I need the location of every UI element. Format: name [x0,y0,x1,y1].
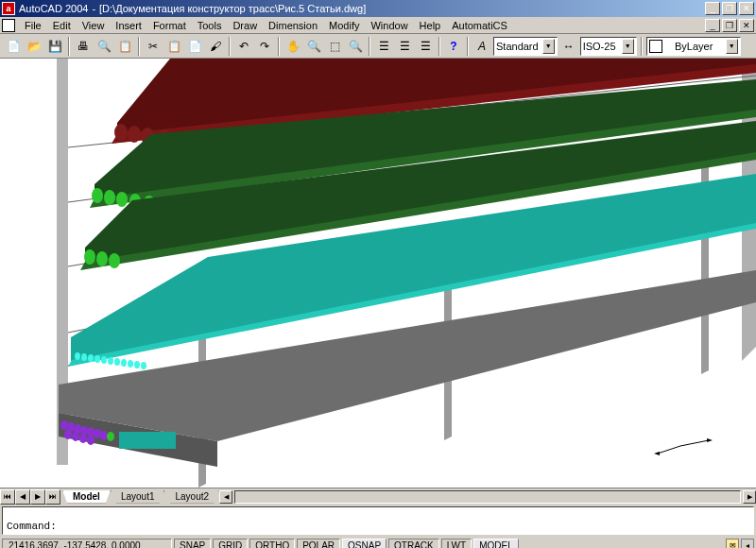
model-toggle[interactable]: MODEL [473,539,519,549]
svg-point-31 [81,353,87,361]
close-button[interactable]: ✕ [739,2,754,15]
tab-last-button[interactable]: ⏭ [45,489,60,505]
svg-point-13 [128,126,141,143]
tab-prev-button[interactable]: ◀ [15,489,30,505]
svg-point-25 [84,249,95,265]
menu-modify[interactable]: Modify [323,19,365,32]
undo-button[interactable]: ↶ [234,37,253,56]
menubar: File Edit View Insert Format Tools Draw … [0,17,756,34]
open-button[interactable]: 📂 [25,37,43,56]
layer-color-combo[interactable]: ByLayer ▼ [646,37,741,56]
polar-toggle[interactable]: POLAR [297,539,340,549]
svg-point-50 [64,430,72,439]
tray-toggle-icon[interactable]: ◂ [741,539,754,548]
tab-model[interactable]: Model [62,490,111,504]
svg-point-49 [100,431,108,440]
menu-format[interactable]: Format [147,19,192,32]
doc-minimize-button[interactable]: _ [705,19,720,32]
cut-button[interactable]: ✂ [144,37,163,56]
svg-marker-58 [707,438,713,442]
coordinate-display[interactable]: 21416.3697, -137.5428, 0.0000 [2,539,172,549]
menu-automatics[interactable]: AutomatiCS [446,19,513,32]
menu-draw[interactable]: Draw [227,19,263,32]
paste-button[interactable]: 📄 [185,37,204,56]
new-button[interactable]: 📄 [4,37,23,56]
dim-style-button[interactable]: ↔ [559,37,578,56]
otrack-toggle[interactable]: OTRACK [388,539,439,549]
hscroll-left-button[interactable]: ◀ [219,490,232,504]
text-style-combo[interactable]: Standard ▼ [493,37,558,56]
print-button[interactable]: 🖶 [74,37,93,56]
match-properties-button[interactable]: 🖌 [206,37,225,56]
menu-tools[interactable]: Tools [192,19,228,32]
document-icon [2,19,15,32]
save-button[interactable]: 💾 [45,37,64,56]
doc-close-button[interactable]: ✕ [739,19,754,32]
svg-point-51 [72,432,79,441]
svg-rect-55 [119,432,176,449]
svg-point-53 [87,436,94,445]
svg-point-20 [116,192,128,207]
publish-button[interactable]: 📋 [115,37,134,56]
svg-point-38 [128,360,133,368]
grid-toggle[interactable]: GRID [213,539,248,549]
svg-point-30 [75,352,80,360]
menu-window[interactable]: Window [365,19,413,32]
properties-button[interactable]: ☰ [374,37,393,56]
menu-edit[interactable]: Edit [47,19,77,32]
title-doc: [D:\Документация конструктор трасс\Рис.5… [99,3,366,14]
layout-tabs-row: ⏮ ◀ ▶ ⏭ Model Layout1 Layout2 ◀ ▶ [0,488,756,505]
svg-point-52 [79,434,87,443]
help-button[interactable]: ? [444,37,463,56]
text-style-button[interactable]: A [472,37,491,56]
communication-center-icon[interactable]: ✉ [726,539,739,548]
menu-file[interactable]: File [19,19,47,32]
svg-line-57 [658,446,680,454]
menu-dimension[interactable]: Dimension [263,19,323,32]
dropdown-arrow-icon: ▼ [622,39,634,54]
menu-help[interactable]: Help [414,19,447,32]
tab-layout1[interactable]: Layout1 [111,490,165,504]
svg-point-18 [92,188,103,203]
tab-layout2[interactable]: Layout2 [164,490,219,504]
command-line[interactable]: Command: [2,506,754,535]
titlebar: a AutoCAD 2004 - [D:\Документация констр… [0,0,756,17]
model-3d-view [0,59,756,488]
dim-style-combo[interactable]: ISO-25 ▼ [580,37,637,56]
maximize-button[interactable]: ❐ [722,2,737,15]
layer-color-value: ByLayer [675,41,713,52]
drawing-viewport[interactable] [0,59,756,488]
zoom-window-button[interactable]: ⬚ [325,37,344,56]
hscroll-right-button[interactable]: ▶ [743,490,756,504]
title-app: AutoCAD 2004 [19,3,88,14]
statusbar: 21416.3697, -137.5428, 0.0000 SNAP GRID … [0,537,756,548]
osnap-toggle[interactable]: OSNAP [342,539,387,549]
dropdown-arrow-icon: ▼ [726,39,738,54]
pan-button[interactable]: ✋ [284,37,302,56]
title-sep: - [92,3,95,14]
copy-button[interactable]: 📋 [164,37,183,56]
snap-toggle[interactable]: SNAP [174,539,211,549]
dropdown-arrow-icon: ▼ [542,39,555,54]
command-prompt: Command: [7,521,57,532]
print-preview-button[interactable]: 🔍 [94,37,113,56]
menu-insert[interactable]: Insert [110,19,147,32]
zoom-realtime-button[interactable]: 🔍 [304,37,323,56]
redo-button[interactable]: ↷ [255,37,274,56]
hscroll-track[interactable] [234,490,741,504]
svg-point-48 [94,429,101,438]
ortho-toggle[interactable]: ORTHO [249,539,295,549]
color-swatch-icon [649,40,662,53]
minimize-button[interactable]: _ [705,2,720,15]
design-center-button[interactable]: ☰ [395,37,414,56]
tool-palettes-button[interactable]: ☰ [416,37,435,56]
doc-restore-button[interactable]: ❐ [722,19,737,32]
tab-next-button[interactable]: ▶ [30,489,45,505]
zoom-previous-button[interactable]: 🔍 [346,37,365,56]
menu-view[interactable]: View [77,19,111,32]
svg-point-40 [141,362,146,369]
lwt-toggle[interactable]: LWT [441,539,472,549]
tab-first-button[interactable]: ⏮ [0,489,15,505]
text-style-value: Standard [496,41,539,52]
svg-line-56 [680,440,709,446]
